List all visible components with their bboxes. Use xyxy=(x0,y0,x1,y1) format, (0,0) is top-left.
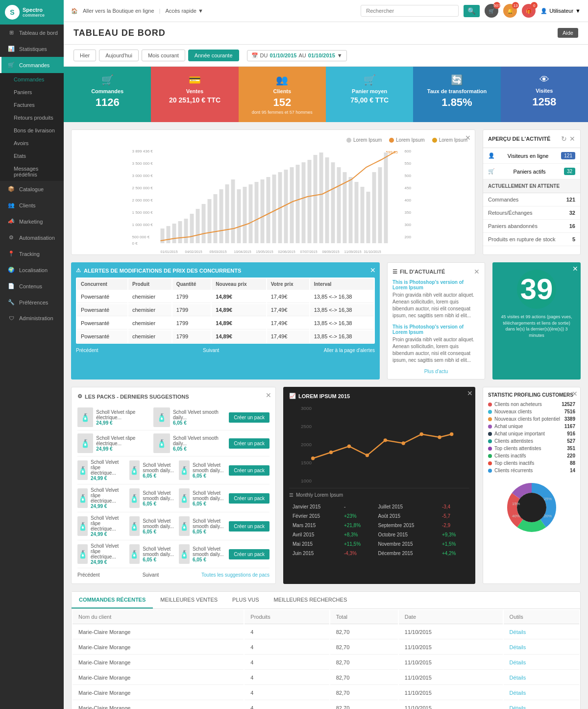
svg-text:500 000 €: 500 000 € xyxy=(132,235,150,239)
orders-cell-1-4: 11/10/2015 xyxy=(399,625,503,639)
pack-btn-4[interactable]: Créer un pack xyxy=(229,493,270,504)
sidebar-item-clients[interactable]: 👥 Clients xyxy=(0,197,64,213)
packs-all[interactable]: Toutes les suggestions de pacs xyxy=(201,572,270,578)
feed-more[interactable]: Plus d'actu xyxy=(392,369,480,374)
legend-item-3: Lorem Ipsum xyxy=(432,137,467,143)
orders-row-6: Marie-Claire Morange482,7011/10/2015Déta… xyxy=(73,701,579,709)
sidebar-submenu-paniers[interactable]: Paniers xyxy=(0,86,64,99)
chart-close-button[interactable]: ✕ xyxy=(465,134,471,142)
quick-access[interactable]: Accès rapide ▼ xyxy=(165,8,203,14)
tab-meilleures-recherches[interactable]: MEILLEURES RECHERCHES xyxy=(266,592,354,608)
sidebar-item-tableau[interactable]: ⊞ Tableau de bord xyxy=(0,25,64,41)
svg-rect-52 xyxy=(361,187,365,243)
feed-close-button[interactable]: ✕ xyxy=(474,268,480,276)
search-input[interactable] xyxy=(361,5,459,17)
profiling-item-9: Top clients inactifs 88 xyxy=(488,460,575,466)
orders-cell-1-5[interactable]: Détails xyxy=(504,625,579,639)
pack-price-4a: 24,99 € xyxy=(91,504,125,509)
tab-meilleures-ventes[interactable]: MEILLEURES VENTES xyxy=(153,592,225,608)
pack-product-2a: 🧴 Scholl Velvet râpe électrique... 24,99… xyxy=(77,433,149,453)
orders-cell-2-5[interactable]: Détails xyxy=(504,640,579,655)
orders-cell-4-5[interactable]: Détails xyxy=(504,671,579,685)
orders-cell-4-4: 11/10/2015 xyxy=(399,671,503,685)
sidebar-item-preferences[interactable]: 🔧 Préférences xyxy=(0,294,64,310)
sidebar-submenu-commandes[interactable]: Commandes xyxy=(0,73,64,86)
kpi-visites-value: 1258 xyxy=(508,96,581,108)
tab-plus-vus[interactable]: PLUS VUS xyxy=(225,592,266,608)
date-btn-year[interactable]: Année courante xyxy=(188,50,239,61)
pack-btn-6[interactable]: Créer un pack xyxy=(229,549,270,559)
sidebar-submenu-etats[interactable]: Etats xyxy=(0,150,64,162)
sidebar-item-catalogue[interactable]: 📦 Catalogue xyxy=(0,181,64,197)
alerts-page-link[interactable]: Aller à la page d'alertes xyxy=(324,348,375,353)
date-btn-hier[interactable]: Hier xyxy=(74,50,96,61)
svg-rect-35 xyxy=(261,179,265,243)
help-button[interactable]: Aide xyxy=(558,28,578,38)
date-range[interactable]: 📅 DU 01/10/2015 AU 01/10/2015 ▼ xyxy=(247,50,347,61)
date-btn-month[interactable]: Mois courant xyxy=(142,50,185,61)
date-to: 01/10/2015 xyxy=(308,52,335,58)
pack-price-5b: 6,05 € xyxy=(143,529,175,534)
sidebar-item-localisation[interactable]: 🌍 Localisation xyxy=(0,262,64,278)
store-link[interactable]: Aller vers la Boutique en ligne xyxy=(83,8,154,14)
sidebar-item-tracking[interactable]: 📍 Tracking xyxy=(0,246,64,262)
sidebar-item-marketing[interactable]: 📣 Marketing xyxy=(0,213,64,229)
alerts-close-button[interactable]: ✕ xyxy=(370,266,376,274)
pack-btn-2[interactable]: Créer un pack xyxy=(229,438,270,449)
profiling-close-button[interactable]: ✕ xyxy=(572,390,578,398)
pending-retours: Retours/Échanges 32 xyxy=(483,206,580,220)
activity-refresh-button[interactable]: ↻ xyxy=(561,135,567,143)
alert-quantite-2: 1799 xyxy=(172,304,211,316)
user-menu[interactable]: 👤 Utilisateur ▼ xyxy=(540,8,581,14)
alert-votre-prix-4: 17,49€ xyxy=(267,330,309,343)
activity-close-button[interactable]: ✕ xyxy=(569,135,575,143)
profiling-count-9: 88 xyxy=(570,460,575,466)
sidebar-label-contenus: Contenus xyxy=(19,283,42,289)
lorem-title: LOREM IPSUM 2015 xyxy=(298,393,350,399)
packs-next[interactable]: Suivant xyxy=(143,572,159,578)
profiling-dot-3 xyxy=(488,417,492,421)
pack-name-1b: Scholl Velvet smooth daily... xyxy=(173,409,225,420)
search-button[interactable]: 🔍 xyxy=(464,5,480,17)
alerts-section: ✕ ⚠ ALERTES DE MODIFICATIONS DE PRIX DES… xyxy=(71,262,380,380)
visitor-close-button[interactable]: ✕ xyxy=(572,265,578,273)
orders-cell-5-5[interactable]: Détails xyxy=(504,686,579,700)
kpi-row: 🛒 Commandes 1126 💳 Ventes 20 251,10 € TT… xyxy=(64,67,588,122)
pack-btn-3[interactable]: Créer un pack xyxy=(229,465,270,476)
svg-point-73 xyxy=(329,451,333,454)
gift-icon[interactable]: 🎁 0 xyxy=(522,4,536,18)
profiling-item-8: Clients inactifs 220 xyxy=(488,453,575,458)
orders-cell-6-5[interactable]: Détails xyxy=(504,701,579,709)
monthly-title: Monthly Lorem Ipsum xyxy=(296,492,343,498)
sidebar-submenu-bons[interactable]: Bons de livraison xyxy=(0,124,64,137)
alerts-next[interactable]: Suivant xyxy=(203,348,219,353)
kpi-visites-icon: 👁 xyxy=(508,74,581,85)
sidebar-item-administration[interactable]: 🛡 Administration xyxy=(0,310,64,326)
pending-retours-count: 32 xyxy=(569,210,575,216)
sidebar-item-automatisation[interactable]: ⚙ Automatisation xyxy=(0,229,64,246)
packs-close-button[interactable]: ✕ xyxy=(266,391,271,399)
lorem-close-button[interactable]: ✕ xyxy=(467,389,473,397)
sidebar-item-contenus[interactable]: 📄 Contenus xyxy=(0,278,64,294)
sidebar-item-commandes[interactable]: 🛒 Commandes xyxy=(0,57,64,73)
svg-rect-37 xyxy=(272,175,276,243)
bell-icon[interactable]: 🔔 13 xyxy=(503,4,517,18)
sidebar-submenu-messages[interactable]: Messages prédéfinis xyxy=(0,162,64,181)
pack-btn-1[interactable]: Créer un pack xyxy=(229,412,270,423)
date-btn-today[interactable]: Aujourd'hui xyxy=(99,50,139,61)
alerts-prev[interactable]: Précédent xyxy=(76,348,98,353)
sidebar-submenu-retours[interactable]: Retours produits xyxy=(0,111,64,124)
cart-topbar-icon[interactable]: 🛒 507 xyxy=(485,4,498,18)
orders-cell-3-5[interactable]: Détails xyxy=(504,656,579,670)
sidebar-submenu-avoirs[interactable]: Avoirs xyxy=(0,137,64,150)
pending-paniers-label: Paniers abandonnés xyxy=(488,223,538,229)
sidebar-submenu-factures[interactable]: Factures xyxy=(0,99,64,111)
orders-cell-1-1: Marie-Claire Morange xyxy=(73,625,244,639)
pack-btn-5[interactable]: Créer un pack xyxy=(229,521,270,532)
feed-more-link[interactable]: Plus d'actu xyxy=(424,369,448,374)
packs-prev[interactable]: Précédent xyxy=(77,572,100,578)
month-apr: Avril 2015 xyxy=(290,531,341,539)
tab-commandes-recentes[interactable]: COMMANDES RÉCENTES xyxy=(72,592,153,608)
donut-svg: 15% 25% 40% 20% xyxy=(502,478,561,537)
sidebar-item-statistiques[interactable]: 📊 Statistiques xyxy=(0,41,64,57)
